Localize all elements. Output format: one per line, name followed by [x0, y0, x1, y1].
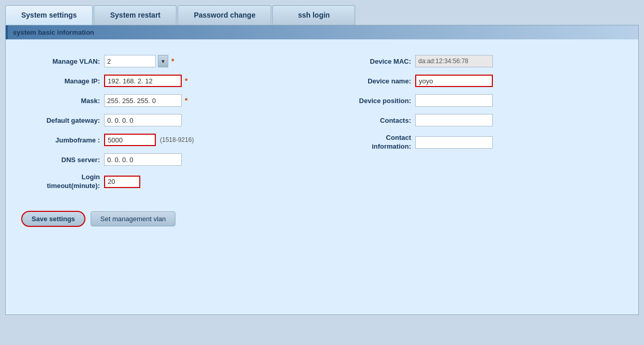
tabs: System settings System restart Password … [5, 5, 639, 25]
content-area: system basic information Manage VLAN: ▼ … [5, 25, 639, 315]
login-timeout-label: Login timeout(minute): [21, 173, 104, 191]
mask-required: * [185, 96, 187, 105]
default-gateway-row: Default gateway: [21, 114, 312, 126]
manage-vlan-row: Manage VLAN: ▼ * [21, 55, 312, 67]
contact-info-label: Contact information: [332, 134, 415, 151]
device-position-label: Device position: [332, 97, 415, 105]
right-column: Device MAC: Device name: Device position… [332, 55, 623, 198]
manage-vlan-input[interactable] [104, 55, 156, 67]
dns-server-input[interactable] [104, 153, 182, 166]
mask-input[interactable] [104, 94, 182, 107]
tab-system-restart[interactable]: System restart [94, 5, 177, 25]
manage-ip-row: Manage IP: * [21, 75, 312, 87]
manage-ip-required: * [185, 77, 187, 85]
tab-ssh-login[interactable]: ssh login [272, 5, 355, 25]
contacts-row: Contacts: [332, 114, 623, 126]
device-position-row: Device position: [332, 94, 623, 107]
tab-system-settings[interactable]: System settings [5, 5, 93, 25]
device-mac-input [415, 55, 493, 67]
device-name-input[interactable] [415, 75, 493, 87]
device-position-input[interactable] [415, 94, 493, 107]
tab-password-change[interactable]: Password change [178, 5, 271, 25]
contact-info-input[interactable] [415, 136, 493, 149]
vlan-dropdown-button[interactable]: ▼ [158, 55, 168, 67]
manage-ip-label: Manage IP: [21, 77, 104, 85]
manage-vlan-label: Manage VLAN: [21, 58, 104, 65]
section-header: system basic information [6, 25, 638, 39]
device-mac-row: Device MAC: [332, 55, 623, 67]
left-column: Manage VLAN: ▼ * Manage IP: * Mask: [21, 55, 312, 198]
manage-vlan-required: * [171, 57, 174, 65]
contacts-input[interactable] [415, 114, 493, 126]
device-mac-label: Device MAC: [332, 58, 415, 65]
main-container: System settings System restart Password … [0, 0, 644, 345]
login-timeout-row: Login timeout(minute): [21, 173, 312, 191]
contact-info-row: Contact information: [332, 134, 623, 151]
default-gateway-label: Default gateway: [21, 117, 104, 124]
device-name-row: Device name: [332, 75, 623, 87]
jumboframe-input[interactable] [104, 134, 156, 146]
save-settings-button[interactable]: Save settings [21, 211, 85, 227]
mask-row: Mask: * [21, 94, 312, 107]
mask-label: Mask: [21, 97, 104, 105]
buttons-area: Save settings Set management vlan [6, 206, 638, 235]
vlan-select-wrapper: ▼ [104, 55, 168, 67]
device-name-label: Device name: [332, 77, 415, 85]
jumboframe-row: Jumboframe : (1518-9216) [21, 134, 312, 146]
jumboframe-hint: (1518-9216) [160, 136, 194, 143]
manage-ip-input[interactable] [104, 75, 182, 87]
login-timeout-input[interactable] [104, 176, 140, 188]
form-area: Manage VLAN: ▼ * Manage IP: * Mask: [6, 47, 638, 206]
dns-server-label: DNS server: [21, 156, 104, 164]
default-gateway-input[interactable] [104, 114, 182, 126]
set-management-vlan-button[interactable]: Set management vlan [91, 211, 175, 226]
jumboframe-label: Jumboframe : [21, 136, 104, 144]
contacts-label: Contacts: [332, 117, 415, 124]
dns-server-row: DNS server: [21, 153, 312, 166]
